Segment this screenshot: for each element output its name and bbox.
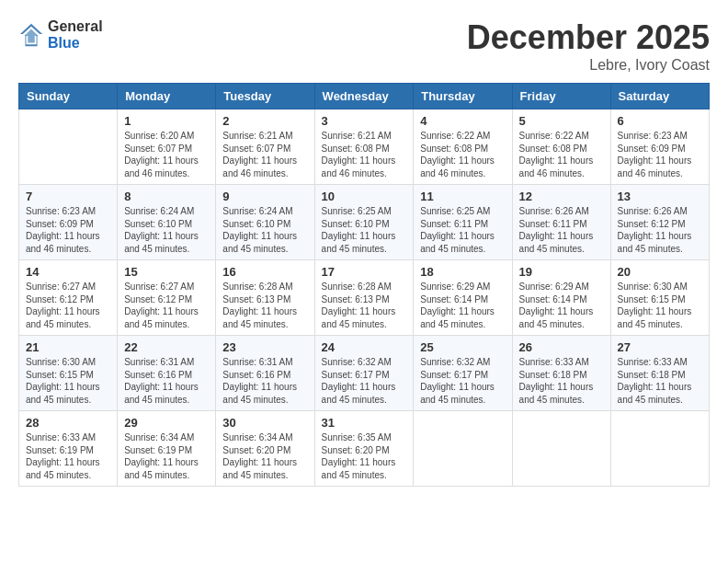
calendar-day-cell: 25Sunrise: 6:32 AMSunset: 6:17 PMDayligh… xyxy=(414,336,512,411)
day-info: Sunrise: 6:22 AMSunset: 6:08 PMDaylight:… xyxy=(519,130,604,179)
day-of-week-header: Thursday xyxy=(414,84,512,109)
day-info: Sunrise: 6:34 AMSunset: 6:20 PMDaylight:… xyxy=(222,431,307,481)
day-info: Sunrise: 6:24 AMSunset: 6:10 PMDaylight:… xyxy=(124,205,209,255)
calendar-day-cell: 11Sunrise: 6:25 AMSunset: 6:11 PMDayligh… xyxy=(414,185,512,260)
logo-general-text: General xyxy=(48,18,103,35)
day-info: Sunrise: 6:33 AMSunset: 6:18 PMDaylight:… xyxy=(618,356,702,406)
calendar-day-cell: 23Sunrise: 6:31 AMSunset: 6:16 PMDayligh… xyxy=(216,336,314,411)
day-info: Sunrise: 6:31 AMSunset: 6:16 PMDaylight:… xyxy=(124,356,209,406)
day-number: 23 xyxy=(222,340,307,354)
day-info: Sunrise: 6:33 AMSunset: 6:18 PMDaylight:… xyxy=(519,356,604,406)
day-number: 26 xyxy=(519,340,604,354)
day-info: Sunrise: 6:32 AMSunset: 6:17 PMDaylight:… xyxy=(420,356,505,406)
calendar-day-cell: 10Sunrise: 6:25 AMSunset: 6:10 PMDayligh… xyxy=(314,185,414,260)
day-info: Sunrise: 6:22 AMSunset: 6:08 PMDaylight:… xyxy=(420,130,505,179)
calendar-day-cell: 7Sunrise: 6:23 AMSunset: 6:09 PMDaylight… xyxy=(19,185,118,260)
day-number: 11 xyxy=(420,190,505,203)
calendar-day-cell: 29Sunrise: 6:34 AMSunset: 6:19 PMDayligh… xyxy=(118,411,216,487)
day-info: Sunrise: 6:21 AMSunset: 6:08 PMDaylight:… xyxy=(322,130,407,179)
day-info: Sunrise: 6:26 AMSunset: 6:11 PMDaylight:… xyxy=(519,205,604,255)
day-number: 24 xyxy=(322,340,407,354)
day-info: Sunrise: 6:23 AMSunset: 6:09 PMDaylight:… xyxy=(26,205,110,255)
day-number: 19 xyxy=(519,265,604,279)
day-of-week-header: Tuesday xyxy=(216,84,314,109)
day-number: 3 xyxy=(322,114,407,128)
calendar-day-cell: 21Sunrise: 6:30 AMSunset: 6:15 PMDayligh… xyxy=(19,336,118,411)
day-info: Sunrise: 6:30 AMSunset: 6:15 PMDaylight:… xyxy=(26,356,110,406)
day-number: 7 xyxy=(26,190,110,203)
day-number: 14 xyxy=(26,265,110,279)
calendar-week-row: 21Sunrise: 6:30 AMSunset: 6:15 PMDayligh… xyxy=(19,336,710,411)
calendar-day-cell: 20Sunrise: 6:30 AMSunset: 6:15 PMDayligh… xyxy=(610,260,709,336)
day-of-week-header: Friday xyxy=(512,84,610,109)
day-number: 30 xyxy=(222,416,307,430)
day-number: 1 xyxy=(124,114,209,128)
calendar-table: SundayMondayTuesdayWednesdayThursdayFrid… xyxy=(18,83,710,487)
month-year-title: December 2025 xyxy=(467,18,710,57)
logo: General Blue xyxy=(18,18,103,51)
title-block: December 2025 Lebre, Ivory Coast xyxy=(467,18,710,74)
logo-blue-text: Blue xyxy=(48,35,103,52)
day-number: 9 xyxy=(222,190,307,203)
day-number: 16 xyxy=(222,265,307,279)
calendar-day-cell: 19Sunrise: 6:29 AMSunset: 6:14 PMDayligh… xyxy=(512,260,610,336)
day-number: 29 xyxy=(124,416,209,430)
calendar-day-cell xyxy=(512,411,610,487)
calendar-day-cell: 4Sunrise: 6:22 AMSunset: 6:08 PMDaylight… xyxy=(414,109,512,185)
calendar-day-cell xyxy=(610,411,709,487)
calendar-day-cell: 26Sunrise: 6:33 AMSunset: 6:18 PMDayligh… xyxy=(512,336,610,411)
calendar-day-cell: 18Sunrise: 6:29 AMSunset: 6:14 PMDayligh… xyxy=(414,260,512,336)
day-number: 6 xyxy=(618,114,702,128)
day-number: 25 xyxy=(420,340,505,354)
day-number: 8 xyxy=(124,190,209,203)
day-of-week-header: Sunday xyxy=(19,84,118,109)
day-number: 5 xyxy=(519,114,604,128)
logo-text: General Blue xyxy=(48,18,103,51)
calendar-day-cell: 3Sunrise: 6:21 AMSunset: 6:08 PMDaylight… xyxy=(314,109,414,185)
calendar-header-row: SundayMondayTuesdayWednesdayThursdayFrid… xyxy=(19,84,710,109)
day-info: Sunrise: 6:28 AMSunset: 6:13 PMDaylight:… xyxy=(222,281,307,330)
day-of-week-header: Saturday xyxy=(610,84,709,109)
calendar-day-cell: 9Sunrise: 6:24 AMSunset: 6:10 PMDaylight… xyxy=(216,185,314,260)
day-number: 17 xyxy=(322,265,407,279)
day-info: Sunrise: 6:27 AMSunset: 6:12 PMDaylight:… xyxy=(26,281,110,330)
day-info: Sunrise: 6:32 AMSunset: 6:17 PMDaylight:… xyxy=(322,356,407,406)
day-info: Sunrise: 6:29 AMSunset: 6:14 PMDaylight:… xyxy=(420,281,505,330)
page-header: General Blue December 2025 Lebre, Ivory … xyxy=(18,18,710,74)
calendar-day-cell: 16Sunrise: 6:28 AMSunset: 6:13 PMDayligh… xyxy=(216,260,314,336)
calendar-day-cell xyxy=(414,411,512,487)
calendar-day-cell xyxy=(19,109,118,185)
calendar-day-cell: 1Sunrise: 6:20 AMSunset: 6:07 PMDaylight… xyxy=(118,109,216,185)
calendar-day-cell: 6Sunrise: 6:23 AMSunset: 6:09 PMDaylight… xyxy=(610,109,709,185)
day-number: 22 xyxy=(124,340,209,354)
day-info: Sunrise: 6:35 AMSunset: 6:20 PMDaylight:… xyxy=(322,431,407,481)
calendar-week-row: 28Sunrise: 6:33 AMSunset: 6:19 PMDayligh… xyxy=(19,411,710,487)
calendar-day-cell: 24Sunrise: 6:32 AMSunset: 6:17 PMDayligh… xyxy=(314,336,414,411)
day-info: Sunrise: 6:23 AMSunset: 6:09 PMDaylight:… xyxy=(618,130,702,179)
day-number: 31 xyxy=(322,416,407,430)
calendar-day-cell: 31Sunrise: 6:35 AMSunset: 6:20 PMDayligh… xyxy=(314,411,414,487)
calendar-day-cell: 27Sunrise: 6:33 AMSunset: 6:18 PMDayligh… xyxy=(610,336,709,411)
day-info: Sunrise: 6:27 AMSunset: 6:12 PMDaylight:… xyxy=(124,281,209,330)
calendar-week-row: 7Sunrise: 6:23 AMSunset: 6:09 PMDaylight… xyxy=(19,185,710,260)
day-info: Sunrise: 6:21 AMSunset: 6:07 PMDaylight:… xyxy=(222,130,307,179)
calendar-day-cell: 28Sunrise: 6:33 AMSunset: 6:19 PMDayligh… xyxy=(19,411,118,487)
calendar-day-cell: 15Sunrise: 6:27 AMSunset: 6:12 PMDayligh… xyxy=(118,260,216,336)
day-info: Sunrise: 6:25 AMSunset: 6:10 PMDaylight:… xyxy=(322,205,407,255)
calendar-day-cell: 22Sunrise: 6:31 AMSunset: 6:16 PMDayligh… xyxy=(118,336,216,411)
day-info: Sunrise: 6:25 AMSunset: 6:11 PMDaylight:… xyxy=(420,205,505,255)
day-info: Sunrise: 6:30 AMSunset: 6:15 PMDaylight:… xyxy=(618,281,702,330)
calendar-week-row: 14Sunrise: 6:27 AMSunset: 6:12 PMDayligh… xyxy=(19,260,710,336)
calendar-week-row: 1Sunrise: 6:20 AMSunset: 6:07 PMDaylight… xyxy=(19,109,710,185)
day-number: 15 xyxy=(124,265,209,279)
day-number: 12 xyxy=(519,190,604,203)
day-number: 28 xyxy=(26,416,110,430)
day-number: 2 xyxy=(222,114,307,128)
day-number: 13 xyxy=(618,190,702,203)
day-info: Sunrise: 6:20 AMSunset: 6:07 PMDaylight:… xyxy=(124,130,209,179)
day-of-week-header: Monday xyxy=(118,84,216,109)
day-of-week-header: Wednesday xyxy=(314,84,414,109)
calendar-day-cell: 12Sunrise: 6:26 AMSunset: 6:11 PMDayligh… xyxy=(512,185,610,260)
location-subtitle: Lebre, Ivory Coast xyxy=(467,57,710,74)
calendar-day-cell: 14Sunrise: 6:27 AMSunset: 6:12 PMDayligh… xyxy=(19,260,118,336)
